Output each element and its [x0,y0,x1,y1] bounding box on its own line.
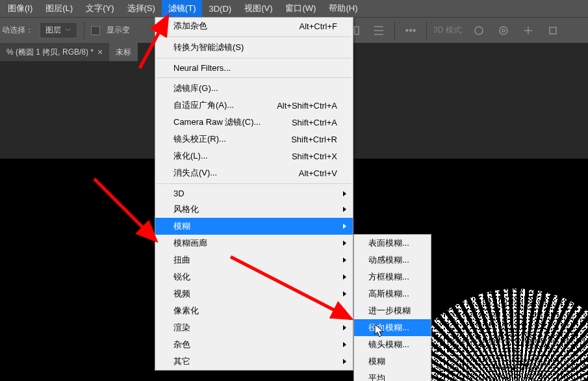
menu-3d[interactable]: 3D(D) [202,1,238,16]
submenu-item-motion-blur[interactable]: 动感模糊... [354,252,431,269]
3d-mode-label: 3D 模式: [433,25,463,36]
3d-scale-icon[interactable] [544,21,562,40]
menu-item-video[interactable]: 视频 [155,285,353,302]
3d-orbit-icon[interactable] [470,21,488,40]
submenu-arrow-icon [343,342,346,347]
menu-help[interactable]: 帮助(H) [322,0,364,17]
3d-slide-icon[interactable] [519,21,537,40]
menu-item-other[interactable]: 其它 [155,353,353,370]
submenu-arrow-icon [343,308,346,313]
menu-item-liquify[interactable]: 液化(L)...Shift+Ctrl+X [155,148,353,164]
submenu-item-radial-blur[interactable]: 径向模糊... [354,319,431,336]
menu-item-pixelate[interactable]: 像素化 [155,302,353,319]
submenu-arrow-icon [343,274,346,280]
3d-pan-icon[interactable] [494,21,513,40]
menu-window[interactable]: 窗口(W) [279,0,322,17]
menu-view[interactable]: 视图(V) [238,0,279,17]
menu-image[interactable]: 图像(I) [1,0,39,17]
svg-point-6 [500,27,507,34]
submenu-item-blur[interactable]: 模糊 [354,353,431,370]
submenu-arrow-icon [343,291,346,296]
document-tab[interactable]: % (椭圆 1 拷贝, RGB/8) * × [0,43,109,62]
layer-target-select[interactable]: 图层﹀ [40,22,77,38]
menu-filter[interactable]: 滤镜(T) [162,0,203,17]
svg-rect-1 [355,27,359,34]
submenu-item-lens-blur[interactable]: 镜头模糊... [354,336,431,353]
menu-item-convert-smart[interactable]: 转换为智能滤镜(S) [155,39,353,56]
document-tab-2[interactable]: 未标 [109,43,138,62]
menu-type[interactable]: 文字(Y) [79,0,120,17]
menu-item-stylize[interactable]: 风格化 [155,201,353,218]
filter-dropdown: 添加杂色Alt+Ctrl+F 转换为智能滤镜(S) Neural Filters… [155,17,353,371]
menu-item-vanishing-point[interactable]: 消失点(V)...Alt+Ctrl+V [155,164,353,181]
svg-point-5 [475,27,483,34]
more-options-icon[interactable]: ••• [402,21,420,40]
menu-item-neural-filters[interactable]: Neural Filters... [155,60,353,75]
menu-layer[interactable]: 图层(L) [39,0,79,17]
submenu-arrow-icon [343,191,346,196]
submenu-arrow-icon [343,257,346,263]
auto-select-label: 动选择： [2,25,33,36]
svg-rect-8 [550,27,556,34]
submenu-arrow-icon [343,241,346,246]
main-menubar: 图像(I) 图层(L) 文字(Y) 选择(S) 滤镜(T) 3D(D) 视图(V… [0,0,588,17]
menu-item-blur[interactable]: 模糊 [155,218,353,235]
distribute-icon[interactable] [370,21,388,40]
menu-item-sharpen[interactable]: 锐化 [155,269,353,285]
menu-select[interactable]: 选择(S) [121,0,162,17]
submenu-item-average[interactable]: 平均 [354,370,431,381]
menu-item-adaptive-wide-angle[interactable]: 自适应广角(A)...Alt+Shift+Ctrl+A [155,97,353,114]
submenu-item-box-blur[interactable]: 方框模糊... [354,269,431,285]
show-transform-label: 显示变 [107,25,130,36]
submenu-arrow-icon [343,325,346,330]
show-transform-checkbox[interactable] [91,26,100,35]
submenu-arrow-icon [343,224,346,229]
menu-item-camera-raw[interactable]: Camera Raw 滤镜(C)...Shift+Ctrl+A [155,114,353,131]
submenu-arrow-icon [343,207,346,212]
submenu-item-gaussian-blur[interactable]: 高斯模糊... [354,285,431,302]
menu-item-blur-gallery[interactable]: 模糊画廊 [155,235,353,252]
close-icon[interactable]: × [97,47,103,57]
svg-point-7 [502,29,505,32]
menu-item-noise[interactable]: 杂色 [155,336,353,353]
menu-item-3d[interactable]: 3D [155,186,353,201]
submenu-item-blur-more[interactable]: 进一步模糊 [354,302,431,319]
blur-submenu: 表面模糊... 动感模糊... 方框模糊... 高斯模糊... 进一步模糊 径向… [353,234,431,381]
menu-item-render[interactable]: 渲染 [155,319,353,336]
menu-item-filter-gallery[interactable]: 滤镜库(G)... [155,80,353,97]
menu-item-distort[interactable]: 扭曲 [155,252,353,269]
menu-item-lens-correction[interactable]: 镜头校正(R)...Shift+Ctrl+R [155,131,353,148]
menu-item-last-filter[interactable]: 添加杂色Alt+Ctrl+F [155,18,353,34]
submenu-item-surface-blur[interactable]: 表面模糊... [354,235,431,252]
submenu-arrow-icon [343,359,346,364]
